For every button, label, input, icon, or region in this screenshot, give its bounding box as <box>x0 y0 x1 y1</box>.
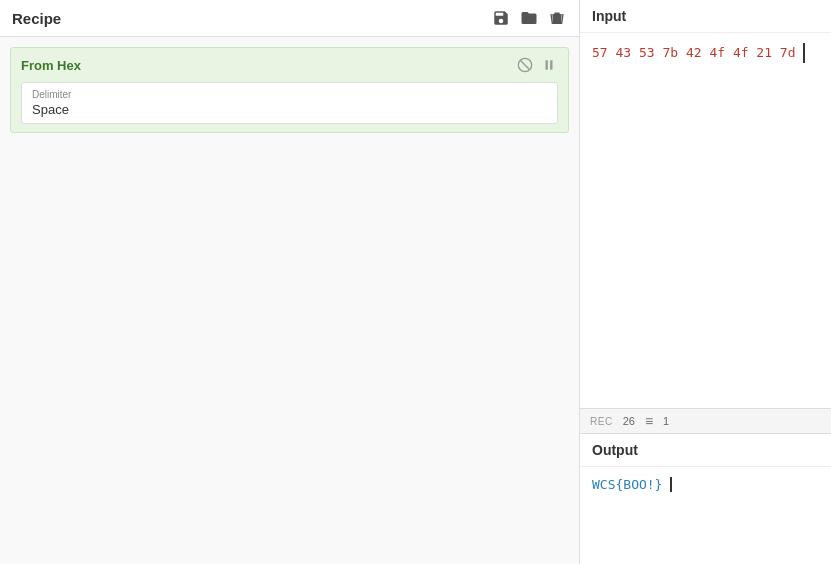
svg-rect-4 <box>550 60 552 69</box>
output-header: Output <box>580 434 831 467</box>
stats-lines-icon: ≡ <box>645 413 653 429</box>
delimiter-label: Delimiter <box>32 89 547 100</box>
stats-lines: 1 <box>663 415 669 427</box>
delimiter-box: Delimiter Space <box>21 82 558 124</box>
input-cursor <box>796 43 806 63</box>
svg-line-2 <box>520 60 529 69</box>
from-hex-title: From Hex <box>21 58 81 73</box>
right-panel: Input 57 43 53 7b 42 4f 4f 21 7d REC 26 … <box>580 0 831 564</box>
output-text: WCS{BOO!} <box>592 477 662 492</box>
from-hex-header: From Hex <box>21 56 558 74</box>
stats-count: 26 <box>623 415 635 427</box>
stats-rec-label: REC <box>590 416 613 427</box>
recipe-toolbar <box>491 8 567 28</box>
left-panel: Recipe <box>0 0 580 564</box>
save-icon[interactable] <box>491 8 511 28</box>
input-content[interactable]: 57 43 53 7b 42 4f 4f 21 7d <box>580 33 831 408</box>
output-cursor <box>662 477 672 492</box>
input-header: Input <box>580 0 831 33</box>
output-section: Output WCS{BOO!} <box>580 434 831 564</box>
recipe-title: Recipe <box>12 10 61 27</box>
trash-icon[interactable] <box>547 8 567 28</box>
from-hex-card: From Hex <box>10 47 569 133</box>
input-section: Input 57 43 53 7b 42 4f 4f 21 7d REC 26 … <box>580 0 831 434</box>
output-content[interactable]: WCS{BOO!} <box>580 467 831 564</box>
input-text: 57 43 53 7b 42 4f 4f 21 7d <box>592 45 796 60</box>
disable-icon[interactable] <box>516 56 534 74</box>
pause-icon[interactable] <box>540 56 558 74</box>
recipe-body: From Hex <box>0 37 579 564</box>
recipe-header: Recipe <box>0 0 579 37</box>
input-stats: REC 26 ≡ 1 <box>580 408 831 433</box>
from-hex-actions <box>516 56 558 74</box>
svg-rect-3 <box>546 60 548 69</box>
folder-icon[interactable] <box>519 8 539 28</box>
delimiter-value: Space <box>32 102 547 117</box>
